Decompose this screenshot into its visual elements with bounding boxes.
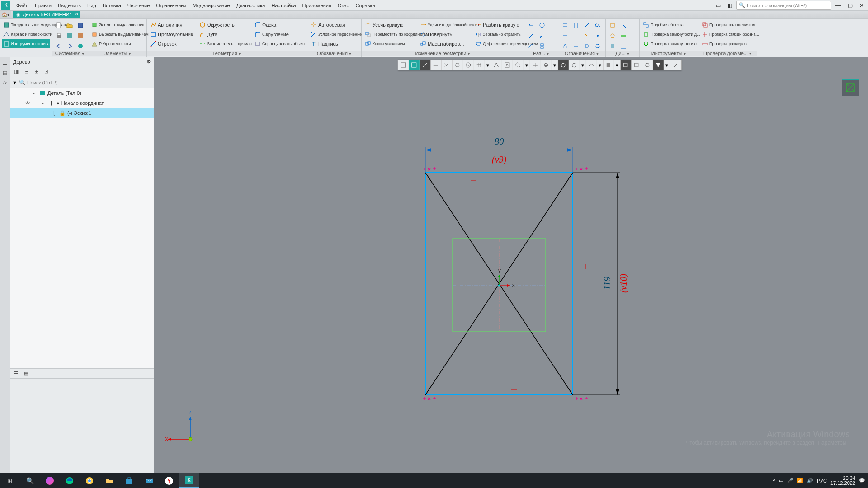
home-tab[interactable]: 🏠▾ — [0, 11, 11, 18]
menu-settings[interactable]: Настройка — [268, 1, 299, 9]
menu-view[interactable]: Вид — [84, 1, 99, 9]
doc-tab[interactable]: ◉ Деталь БЕЗ ИМЕНИ1 ✕ — [13, 11, 80, 18]
vtb-5[interactable] — [441, 60, 452, 70]
menu-diagnostics[interactable]: Диагностика — [233, 1, 269, 9]
menu-help[interactable]: Справка — [353, 1, 378, 9]
extrude-button[interactable]: Элемент выдавливания — [90, 20, 145, 29]
vtb-grid[interactable] — [474, 60, 485, 70]
arc-button[interactable]: Дуга — [198, 30, 252, 39]
di-5[interactable] — [608, 42, 618, 51]
tree-tb-2[interactable]: ⊟ — [22, 68, 30, 76]
tray-wifi-icon[interactable]: 📶 — [797, 478, 803, 483]
vtb-6[interactable] — [452, 60, 463, 70]
c-3[interactable] — [582, 21, 592, 30]
tray-up-icon[interactable]: ^ — [773, 478, 775, 483]
tree-row-origin[interactable]: 👁 ▸ ⌊ ● Начало координат — [10, 98, 154, 108]
print-icon[interactable] — [54, 31, 64, 40]
c-8[interactable] — [593, 31, 603, 40]
closed-check-d-button[interactable]: Проверка замкнутости д... — [642, 30, 696, 39]
vtb-filter-dd[interactable]: ▾ — [664, 60, 670, 70]
side-tree-icon[interactable]: ▤ — [1, 69, 9, 76]
command-search[interactable]: 🔍 Поиск по командам (Alt+/) — [736, 1, 831, 10]
menu-insert[interactable]: Вставка — [99, 1, 124, 9]
tray-battery-icon[interactable]: ▭ — [779, 478, 783, 483]
c-5[interactable] — [560, 31, 570, 40]
side-plus-icon[interactable]: ☰ — [1, 59, 9, 66]
di-2[interactable] — [618, 21, 628, 30]
di-3[interactable] — [608, 31, 618, 40]
tree-row-sketch[interactable]: ⌊ 🔒 (-)·Эскиз:1 — [10, 108, 154, 118]
tree-tb-4[interactable]: ⊡ — [42, 68, 50, 76]
autoline-button[interactable]: Автолиния — [149, 20, 197, 29]
layout-icon-2[interactable]: ◧ — [725, 1, 735, 9]
vtb-eye-dd[interactable]: ▾ — [597, 60, 603, 70]
c-4[interactable] — [593, 21, 603, 30]
vtb-2[interactable] — [409, 60, 420, 70]
menu-apps[interactable]: Приложения — [299, 1, 335, 9]
tree-search-input[interactable] — [27, 80, 152, 85]
autoaxis-button[interactable]: Автоосевая — [309, 20, 359, 29]
vtb-orbit-dd[interactable]: ▾ — [552, 60, 558, 70]
vtb-cube2[interactable] — [569, 60, 580, 70]
circle-button[interactable]: Окружность — [198, 20, 252, 29]
di-4[interactable] — [618, 31, 628, 40]
intersect-button[interactable]: Условное пересечение — [309, 30, 359, 39]
dim-check-button[interactable]: Проверка размеров — [700, 39, 755, 48]
auxline-button[interactable]: Вспомогатель... прямая — [198, 39, 252, 48]
move-button[interactable]: Переместить по координатам — [363, 30, 418, 39]
c-12[interactable] — [593, 42, 603, 51]
vtb-3[interactable] — [420, 60, 430, 70]
c-1[interactable] — [560, 21, 570, 30]
mode-solid[interactable]: Твердотельное моделирование — [2, 20, 50, 29]
di-1[interactable] — [608, 21, 618, 30]
text-button[interactable]: TНадпись — [309, 39, 359, 48]
vtb-zoomfit[interactable] — [502, 60, 513, 70]
open-icon[interactable] — [65, 21, 75, 30]
vtb-shade-dd[interactable]: ▾ — [614, 60, 620, 70]
side-fx-icon[interactable]: fx — [1, 79, 9, 86]
close-button[interactable]: ✕ — [857, 1, 867, 9]
task-search[interactable]: 🔍 — [20, 473, 40, 488]
c-9[interactable] — [560, 42, 570, 51]
c-2[interactable] — [571, 21, 581, 30]
vtb-mag-dd[interactable]: ▾ — [524, 60, 530, 70]
tray-notify-icon[interactable]: 💬 — [859, 478, 865, 483]
vtb-1[interactable] — [398, 60, 409, 70]
vtb-d2[interactable] — [631, 60, 642, 70]
save-icon[interactable] — [75, 21, 85, 30]
rotate-button[interactable]: Повернуть — [419, 30, 473, 39]
tree-settings-icon[interactable]: ⚙ — [146, 59, 151, 65]
task-chrome[interactable] — [80, 473, 99, 488]
mode-sketch[interactable]: Инструменты эскиза — [2, 39, 50, 48]
cut-extrude-button[interactable]: Вырезать выдавливанием — [90, 30, 145, 39]
raz-5[interactable] — [526, 42, 536, 51]
menu-drawing[interactable]: Черчение — [124, 1, 153, 9]
extend-button[interactable]: Удлинить до ближайшего о... — [419, 20, 473, 29]
overlap-check-button[interactable]: Проверка наложения эл... — [700, 20, 755, 29]
closed-check-o-button[interactable]: Проверка замкнутости о... — [642, 39, 696, 48]
vtb-eye[interactable] — [586, 60, 597, 70]
scale-button[interactable]: Масштабиров... — [419, 39, 473, 48]
mirror-button[interactable]: Зеркально отразить — [474, 30, 526, 39]
di-6[interactable] — [618, 42, 628, 51]
redo-icon[interactable] — [65, 42, 75, 51]
maximize-button[interactable]: ▢ — [845, 1, 855, 9]
fillet-button[interactable]: Скругление — [253, 30, 305, 39]
annot-check-button[interactable]: Проверка связей обозна... — [700, 30, 755, 39]
c-6[interactable] — [571, 31, 581, 40]
task-explorer[interactable] — [99, 473, 119, 488]
vtb-pan[interactable] — [530, 60, 541, 70]
raz-2[interactable] — [537, 21, 547, 30]
vtb-7[interactable] — [463, 60, 474, 70]
minimize-button[interactable]: — — [833, 1, 843, 9]
vtb-pencil[interactable] — [670, 60, 681, 70]
vtb-d1[interactable] — [620, 60, 631, 70]
chamfer-button[interactable]: Фаска — [253, 20, 305, 29]
menu-modeling[interactable]: Моделирование — [189, 1, 233, 9]
similar-button[interactable]: Подобие объекта — [642, 20, 696, 29]
c-7[interactable] — [582, 31, 592, 40]
task-mail[interactable] — [139, 473, 159, 488]
rectangle-button[interactable]: Прямоугольник — [149, 30, 197, 39]
c-10[interactable] — [571, 42, 581, 51]
sys-icon-3[interactable] — [75, 31, 85, 40]
